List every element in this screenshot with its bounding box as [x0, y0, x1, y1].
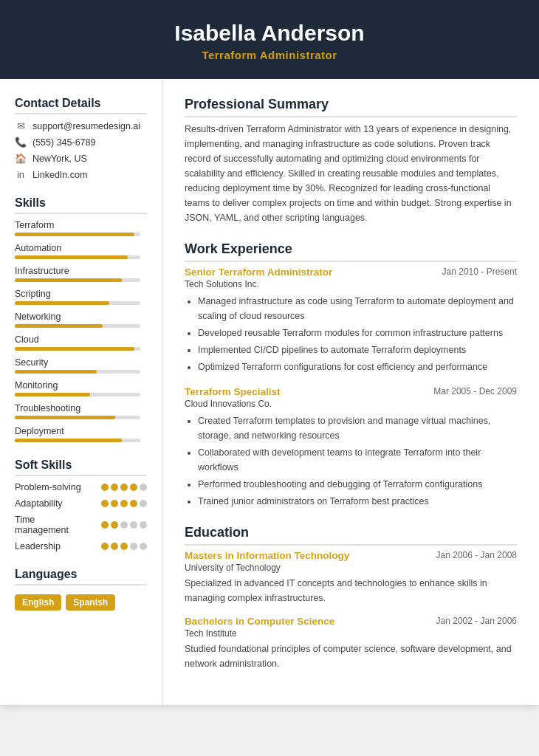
soft-skill-name: Time management — [15, 515, 81, 535]
skill-item: Troubleshooting — [15, 403, 147, 419]
skill-name: Infrastructure — [15, 266, 147, 276]
job-company: Cloud Innovations Co. — [185, 399, 517, 409]
job-item: Senior Terraform Administrator Jan 2010 … — [185, 267, 517, 374]
skills-section: Skills Terraform Automation Infrastructu… — [15, 196, 147, 442]
skill-bar-fill — [15, 301, 109, 305]
job-date: Jan 2010 - Present — [442, 267, 517, 277]
skill-item: Infrastructure — [15, 266, 147, 282]
skill-bar-fill — [15, 439, 122, 442]
skill-bar-bg — [15, 278, 140, 282]
skill-bar-fill — [15, 416, 115, 419]
dot — [130, 484, 137, 491]
skill-name: Networking — [15, 312, 147, 322]
soft-skill-name: Problem-solving — [15, 482, 81, 492]
education-item: Masters in Information Technology Jan 20… — [185, 550, 517, 605]
skill-bar-bg — [15, 233, 140, 236]
dot — [111, 521, 118, 529]
skill-item: Automation — [15, 243, 147, 259]
job-bullet: Collaborated with development teams to i… — [198, 445, 517, 475]
education-title: Education — [185, 525, 517, 546]
skill-bar-bg — [15, 416, 140, 419]
language-badge: English — [15, 594, 61, 611]
dot — [140, 543, 147, 550]
job-company: Tech Solutions Inc. — [185, 279, 517, 289]
skill-name: Troubleshooting — [15, 403, 147, 413]
skills-section-title: Skills — [15, 196, 147, 214]
job-title: Senior Terraform Administrator — [185, 267, 332, 278]
dots — [101, 521, 147, 529]
contact-icon: 🏠 — [15, 153, 27, 164]
skill-bar-fill — [15, 370, 97, 374]
dot — [101, 484, 109, 491]
candidate-title: Terraform Administrator — [30, 49, 509, 61]
languages-section: Languages EnglishSpanish — [15, 568, 147, 611]
job-title: Terraform Specialist — [185, 386, 281, 397]
soft-skill-name: Adaptability — [15, 498, 81, 509]
dots — [101, 484, 147, 491]
skill-item: Security — [15, 357, 147, 374]
job-bullet: Developed reusable Terraform modules for… — [198, 326, 517, 340]
skill-name: Security — [15, 357, 147, 368]
job-header: Senior Terraform Administrator Jan 2010 … — [185, 267, 517, 278]
dot — [101, 521, 109, 529]
candidate-name: Isabella Anderson — [30, 21, 509, 46]
dot — [111, 500, 118, 507]
skill-bar-fill — [15, 278, 122, 282]
contact-icon: ✉ — [15, 120, 27, 131]
dot — [111, 543, 118, 550]
summary-section: Professional Summary Results-driven Terr… — [185, 97, 517, 225]
skill-bar-bg — [15, 255, 140, 259]
dot — [120, 543, 128, 550]
contact-icon: in — [15, 169, 27, 180]
skill-item: Scripting — [15, 289, 147, 305]
dot — [120, 500, 128, 507]
edu-school: University of Technology — [185, 563, 517, 573]
soft-skill-item: Leadership — [15, 541, 147, 551]
soft-skill-name: Leadership — [15, 541, 81, 551]
body: Contact Details ✉support@resumedesign.ai… — [0, 79, 539, 705]
resume-container: Isabella Anderson Terraform Administrato… — [0, 0, 539, 705]
contact-section-title: Contact Details — [15, 97, 147, 114]
skill-bar-fill — [15, 324, 103, 328]
dot — [140, 484, 147, 491]
education-section: Education Masters in Information Technol… — [185, 525, 517, 671]
education-item: Bachelors in Computer Science Jan 2002 -… — [185, 616, 517, 671]
dot — [140, 500, 147, 507]
skill-bar-fill — [15, 255, 128, 259]
edu-header: Masters in Information Technology Jan 20… — [185, 550, 517, 561]
skill-name: Monitoring — [15, 380, 147, 391]
skill-bar-bg — [15, 393, 140, 396]
skill-item: Terraform — [15, 220, 147, 236]
summary-text: Results-driven Terraform Administrator w… — [185, 122, 517, 225]
job-date: Mar 2005 - Dec 2009 — [433, 386, 517, 396]
dot — [130, 543, 137, 550]
edu-degree: Masters in Information Technology — [185, 550, 349, 561]
main-content: Professional Summary Results-driven Terr… — [162, 79, 539, 705]
language-badge: Spanish — [66, 594, 115, 611]
job-bullet: Managed infrastructure as code using Ter… — [198, 294, 517, 323]
soft-skills-section: Soft Skills Problem-solvingAdaptabilityT… — [15, 458, 147, 551]
dot — [130, 521, 137, 529]
job-bullet: Optimized Terraform configurations for c… — [198, 360, 517, 374]
languages-list: EnglishSpanish — [15, 591, 147, 611]
skill-bar-bg — [15, 439, 140, 442]
skill-bar-bg — [15, 301, 140, 305]
contact-text: support@resumedesign.ai — [32, 121, 140, 131]
contact-text: LinkedIn.com — [32, 170, 87, 180]
job-bullet: Created Terraform templates to provision… — [198, 413, 517, 443]
soft-skill-item: Adaptability — [15, 498, 147, 509]
skill-item: Networking — [15, 312, 147, 328]
contact-list: ✉support@resumedesign.ai📞(555) 345-6789🏠… — [15, 120, 147, 180]
skill-bar-bg — [15, 324, 140, 328]
education-list: Masters in Information Technology Jan 20… — [185, 550, 517, 671]
dot — [101, 500, 109, 507]
edu-header: Bachelors in Computer Science Jan 2002 -… — [185, 616, 517, 627]
skill-item: Cloud — [15, 334, 147, 351]
soft-skill-item: Time management — [15, 515, 147, 535]
contact-item: inLinkedIn.com — [15, 169, 147, 180]
soft-skills-section-title: Soft Skills — [15, 458, 147, 476]
sidebar: Contact Details ✉support@resumedesign.ai… — [0, 79, 162, 705]
edu-date: Jan 2002 - Jan 2006 — [436, 616, 517, 626]
job-bullets: Created Terraform templates to provision… — [185, 413, 517, 509]
contact-item: ✉support@resumedesign.ai — [15, 120, 147, 131]
